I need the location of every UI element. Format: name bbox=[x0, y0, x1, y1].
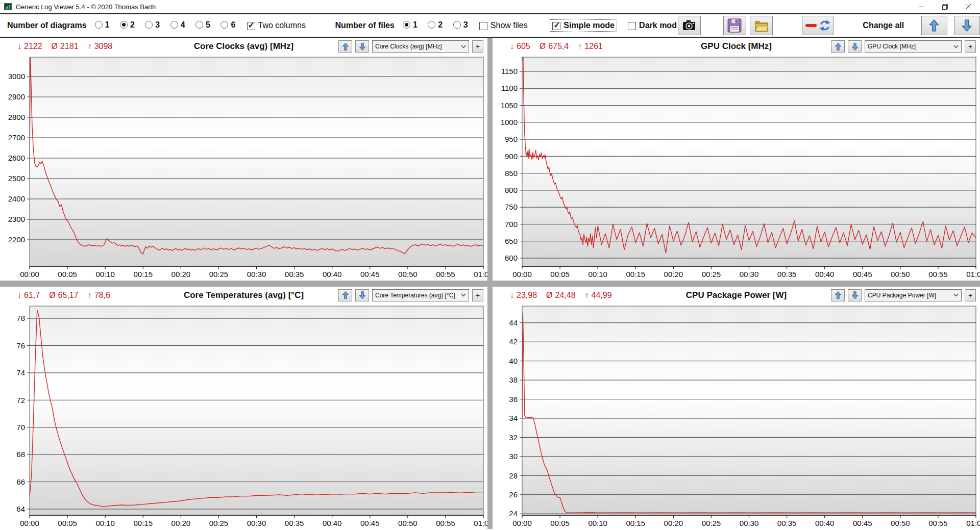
add-diagram-button[interactable]: + bbox=[472, 40, 483, 53]
stat-avg-value: 65,17 bbox=[58, 291, 79, 300]
average-icon: Ø bbox=[546, 291, 552, 300]
chart-header: ↓23,98 Ø24,48 ↑44,99 CPU Package Power [… bbox=[493, 287, 980, 304]
two-columns-checkbox[interactable]: Two columns bbox=[247, 21, 306, 30]
file-count-radio-group: 1 2 3 bbox=[395, 20, 468, 31]
diagram-count-option[interactable]: 6 bbox=[220, 20, 235, 30]
move-chart-down-button[interactable] bbox=[355, 289, 369, 301]
red-dash-icon bbox=[805, 23, 817, 28]
restore-button[interactable] bbox=[933, 0, 957, 13]
stat-min-value: 23,98 bbox=[517, 291, 537, 300]
svg-text:1100: 1100 bbox=[501, 84, 518, 92]
chart-canvas[interactable]: 6006507007508008509009501000105011001150… bbox=[493, 55, 980, 281]
radio-icon bbox=[120, 21, 128, 29]
svg-text:72: 72 bbox=[16, 395, 25, 404]
diagram-count-option[interactable]: 3 bbox=[145, 20, 160, 30]
arrow-up-icon bbox=[835, 291, 841, 299]
svg-text:01:00: 01:00 bbox=[474, 270, 487, 279]
radio-icon bbox=[95, 21, 103, 29]
radio-icon bbox=[145, 21, 153, 29]
svg-text:00:55: 00:55 bbox=[928, 519, 948, 527]
svg-text:00:05: 00:05 bbox=[550, 519, 570, 527]
move-chart-down-button[interactable] bbox=[848, 40, 862, 53]
move-chart-up-button[interactable] bbox=[831, 40, 845, 53]
show-files-checkbox[interactable]: Show files bbox=[479, 21, 528, 30]
stat-max-value: 78,6 bbox=[94, 291, 110, 300]
svg-text:00:50: 00:50 bbox=[398, 519, 418, 527]
svg-text:40: 40 bbox=[509, 356, 518, 365]
svg-text:00:00: 00:00 bbox=[512, 519, 532, 527]
stat-max-value: 3098 bbox=[94, 42, 113, 51]
chart-canvas[interactable]: 242628303234363840424400:0000:0500:1000:… bbox=[493, 304, 980, 529]
stat-avg: Ø675,4 bbox=[540, 42, 569, 51]
svg-text:00:50: 00:50 bbox=[891, 270, 910, 279]
svg-text:00:35: 00:35 bbox=[777, 519, 797, 527]
move-chart-down-button[interactable] bbox=[848, 289, 862, 301]
arrow-down-icon bbox=[852, 43, 858, 51]
chart-canvas[interactable]: 646668707274767800:0000:0500:1000:1500:2… bbox=[0, 304, 487, 529]
signal-select[interactable]: Core Clocks (avg) [MHz] bbox=[372, 40, 469, 53]
chart-panel: ↓23,98 Ø24,48 ↑44,99 CPU Package Power [… bbox=[493, 287, 980, 529]
svg-text:2500: 2500 bbox=[8, 174, 25, 183]
chevron-down-icon bbox=[461, 293, 466, 297]
move-chart-up-button[interactable] bbox=[338, 289, 352, 301]
move-chart-down-button[interactable] bbox=[355, 40, 369, 53]
diagram-count-option[interactable]: 5 bbox=[195, 20, 210, 30]
diagram-count-option[interactable]: 1 bbox=[95, 20, 110, 30]
average-icon: Ø bbox=[540, 42, 546, 51]
chart-header: ↓2122 Ø2181 ↑3098 Core Clocks (avg) [MHz… bbox=[0, 38, 487, 55]
dark-mode-checkbox[interactable]: Dark mod bbox=[628, 21, 677, 30]
signal-select[interactable]: GPU Clock [MHz] bbox=[865, 40, 962, 53]
stat-min: ↓605 bbox=[510, 42, 530, 51]
svg-text:600: 600 bbox=[505, 254, 518, 262]
chart-canvas[interactable]: 22002300240025002600270028002900300000:0… bbox=[0, 55, 487, 281]
change-all-down-button[interactable] bbox=[954, 16, 980, 35]
stat-avg-value: 2181 bbox=[60, 42, 79, 51]
svg-text:24: 24 bbox=[509, 509, 518, 518]
svg-text:2600: 2600 bbox=[8, 154, 25, 162]
stat-max-value: 1261 bbox=[584, 42, 603, 51]
file-count-option[interactable]: 2 bbox=[428, 20, 443, 30]
svg-text:00:15: 00:15 bbox=[133, 270, 153, 279]
move-chart-up-button[interactable] bbox=[338, 40, 352, 53]
max-arrow-icon: ↑ bbox=[88, 291, 92, 300]
max-arrow-icon: ↑ bbox=[578, 42, 582, 51]
signal-select[interactable]: Core Temperatures (avg) [°C] bbox=[372, 289, 469, 301]
signal-select-value: GPU Clock [MHz] bbox=[868, 43, 953, 50]
stat-avg-value: 24,48 bbox=[555, 291, 576, 300]
svg-text:00:20: 00:20 bbox=[172, 519, 191, 527]
minimize-button[interactable] bbox=[910, 0, 933, 13]
checkbox-icon bbox=[552, 22, 560, 30]
signal-select[interactable]: CPU Package Power [W] bbox=[865, 289, 962, 301]
svg-text:00:00: 00:00 bbox=[20, 270, 39, 279]
chart-stats: ↓2122 Ø2181 ↑3098 bbox=[17, 42, 112, 51]
add-diagram-button[interactable]: + bbox=[472, 289, 483, 301]
add-diagram-button[interactable]: + bbox=[965, 40, 976, 53]
file-count-option[interactable]: 1 bbox=[403, 20, 418, 30]
change-all-up-button[interactable] bbox=[921, 16, 947, 35]
max-arrow-icon: ↑ bbox=[585, 291, 589, 300]
app-icon bbox=[4, 3, 12, 11]
diagram-count-option[interactable]: 2 bbox=[120, 20, 135, 30]
save-button[interactable] bbox=[723, 16, 746, 35]
checkbox-icon bbox=[247, 22, 255, 30]
diagram-count-option[interactable]: 4 bbox=[170, 20, 185, 30]
svg-text:44: 44 bbox=[509, 318, 518, 327]
move-chart-up-button[interactable] bbox=[831, 289, 845, 301]
stat-avg: Ø24,48 bbox=[546, 291, 576, 300]
simple-mode-checkbox[interactable]: Simple mode bbox=[550, 20, 617, 31]
signal-select-value: Core Clocks (avg) [MHz] bbox=[375, 43, 461, 50]
svg-text:42: 42 bbox=[509, 337, 518, 346]
chart-panel: ↓605 Ø675,4 ↑1261 GPU Clock [MHz] GPU Cl… bbox=[493, 38, 980, 281]
svg-text:00:00: 00:00 bbox=[20, 519, 39, 527]
open-file-button[interactable] bbox=[750, 16, 773, 35]
add-diagram-button[interactable]: + bbox=[965, 289, 976, 301]
radio-icon bbox=[428, 21, 435, 29]
close-button[interactable] bbox=[957, 0, 980, 13]
refresh-icon bbox=[819, 20, 830, 31]
reset-refresh-button[interactable] bbox=[802, 16, 833, 35]
screenshot-button[interactable] bbox=[678, 16, 701, 35]
file-count-option[interactable]: 3 bbox=[453, 20, 468, 30]
svg-text:00:15: 00:15 bbox=[626, 519, 645, 527]
svg-text:00:00: 00:00 bbox=[512, 270, 532, 279]
svg-text:76: 76 bbox=[16, 341, 25, 349]
